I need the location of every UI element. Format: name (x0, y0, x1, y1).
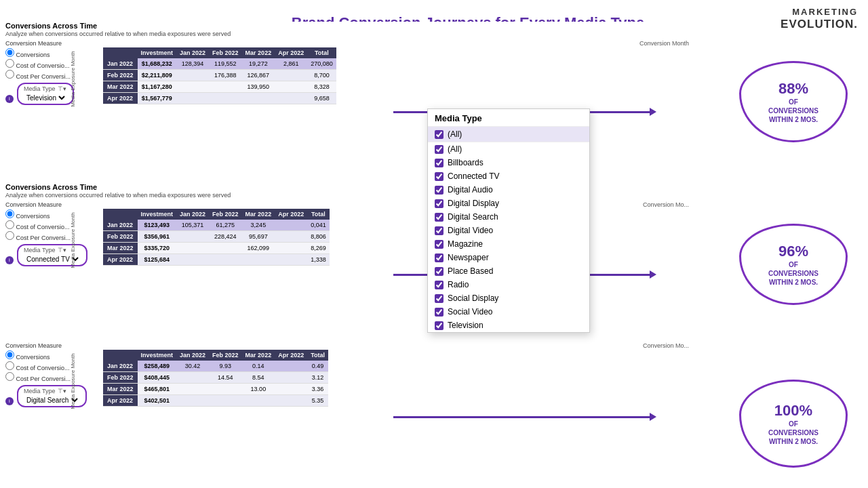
panel2-th-mar: Mar 2022 (242, 209, 275, 220)
panel3-radio-costper[interactable]: Cost Per Conversi... (5, 372, 94, 382)
row-total: 8,700 (307, 70, 336, 81)
dropdown-item[interactable]: Digital Display (428, 197, 589, 210)
panel1-media-type-selector[interactable]: Media Type ⊤▾ Television (17, 83, 74, 105)
panel3-media-type-selector[interactable]: Media Type ⊤▾ Digital Search (17, 385, 87, 407)
dropdown-item[interactable]: Digital Audio (428, 183, 589, 197)
panel3-callout-percent: 100% (774, 402, 812, 420)
row-apr (275, 70, 307, 81)
dropdown-item-checkbox[interactable] (435, 240, 443, 249)
dropdown-item-checkbox[interactable] (435, 294, 443, 303)
table-row: Mar 2022 $465,801 13.00 3.36 (103, 384, 328, 395)
dropdown-item-checkbox[interactable] (435, 186, 443, 195)
row-jan (176, 254, 209, 266)
panel3-radio-conversions[interactable]: Conversions (5, 350, 94, 361)
row-feb (209, 254, 242, 266)
panel3-radio-cost[interactable]: Cost of Conversio... (5, 361, 94, 371)
panel1-conv-month: Conversion Month (96, 40, 692, 47)
panel2-conv-measure-group: Conversion Measure Conversions Cost of C… (5, 201, 94, 241)
dropdown-item[interactable]: Television (428, 319, 589, 332)
dropdown-item-label: Radio (448, 280, 469, 289)
panel1-radio-conversions[interactable]: Conversions (5, 48, 94, 58)
row-month-label: Jan 2022 (103, 58, 138, 70)
row-feb (209, 81, 242, 93)
dropdown-item-checkbox[interactable] (435, 226, 443, 235)
panel2-media-type-selector[interactable]: Media Type ⊤▾ Connected TV (17, 244, 87, 266)
row-month-label: Mar 2022 (103, 81, 138, 93)
dropdown-item[interactable]: Radio (428, 278, 589, 291)
row-month-label: Jan 2022 (103, 361, 138, 372)
dropdown-item[interactable]: Social Display (428, 291, 589, 305)
brand-evolution: EVOLUTION. (781, 18, 858, 31)
row-total: 1,338 (307, 254, 330, 266)
dropdown-item-label: Place Based (448, 266, 493, 276)
panel2-radio-cost[interactable]: Cost of Conversio... (5, 220, 94, 230)
dropdown-item-checkbox[interactable] (435, 213, 443, 222)
media-type-dropdown[interactable]: Media Type (All) (All)BillboardsConnecte… (427, 108, 590, 333)
dropdown-item[interactable]: Connected TV (428, 169, 589, 183)
panel1-th-jan: Jan 2022 (176, 47, 209, 58)
panel1-subtitle: Analyze when conversions occurred relati… (5, 30, 692, 37)
dropdown-item-checkbox[interactable] (435, 172, 443, 181)
panel3-info-icon[interactable]: i (5, 397, 14, 405)
row-mar: 13.00 (242, 384, 275, 395)
panel2-radio-costper[interactable]: Cost Per Conversi... (5, 231, 94, 241)
panel1-table: Investment Jan 2022 Feb 2022 Mar 2022 Ap… (103, 47, 336, 104)
row-month-label: Feb 2022 (103, 70, 138, 81)
dropdown-item-label: Social Display (448, 293, 498, 303)
dropdown-item-checkbox[interactable] (435, 308, 443, 317)
row-jan (176, 395, 209, 407)
row-total: 3.36 (307, 384, 328, 395)
dropdown-item[interactable]: Place Based (428, 264, 589, 278)
panel2-th-investment: Investment (138, 209, 177, 220)
table-row: Jan 2022 $1,688,232 128,394 119,552 19,2… (103, 58, 336, 70)
row-total: 0.49 (307, 361, 328, 372)
panel1-media-type-select[interactable]: Television (24, 94, 67, 102)
row-apr (275, 243, 307, 254)
row-month-label: Jan 2022 (103, 220, 138, 231)
dropdown-item[interactable]: Magazine (428, 237, 589, 251)
row-mar (242, 395, 275, 407)
dropdown-item[interactable]: Digital Video (428, 224, 589, 237)
row-total: 270,080 (307, 58, 336, 70)
panel2-conv-measure-label: Conversion Measure (5, 201, 94, 208)
panel1-th-feb: Feb 2022 (209, 47, 242, 58)
panel1-info-icon[interactable]: i (5, 95, 14, 103)
panel2-table: Investment Jan 2022 Feb 2022 Mar 2022 Ap… (103, 209, 330, 266)
row-feb: 61,275 (209, 220, 242, 231)
dropdown-item-checkbox[interactable] (435, 321, 443, 330)
row-month-label: Mar 2022 (103, 243, 138, 254)
panel1-conv-measure-group: Conversion Measure Conversions Cost of C… (5, 40, 94, 80)
panel1-radio-costper[interactable]: Cost Per Conversi... (5, 70, 94, 80)
dropdown-item-checkbox[interactable] (435, 267, 443, 276)
dropdown-item[interactable]: Digital Search (428, 210, 589, 224)
dropdown-item-checkbox[interactable] (435, 253, 443, 262)
row-mar (242, 254, 275, 266)
dropdown-select-all[interactable]: (All) (428, 127, 589, 142)
dropdown-item-label: Connected TV (448, 171, 500, 181)
panel3-th-investment: Investment (138, 350, 177, 361)
dropdown-item[interactable]: (All) (428, 142, 589, 156)
dropdown-item[interactable]: Billboards (428, 156, 589, 169)
row-total: 9,658 (307, 93, 336, 104)
dropdown-all-checkbox[interactable] (435, 130, 443, 139)
row-total: 8,806 (307, 231, 330, 243)
dropdown-item[interactable]: Newspaper (428, 251, 589, 264)
panel2-media-type-label: Media Type (24, 247, 55, 253)
panel3-media-type-label: Media Type (24, 388, 55, 394)
panel1-conv-measure-label: Conversion Measure (5, 40, 94, 47)
panel3-th-feb: Feb 2022 (209, 350, 242, 361)
dropdown-item-checkbox[interactable] (435, 145, 443, 154)
dropdown-item-label: Magazine (448, 239, 483, 249)
panel2-radio-conversions[interactable]: Conversions (5, 209, 94, 220)
row-apr (275, 93, 307, 104)
panel2-info-icon[interactable]: i (5, 256, 14, 264)
panel1-vertical-label: Media Exposure Month (70, 51, 76, 106)
dropdown-item-checkbox[interactable] (435, 199, 443, 208)
dropdown-item[interactable]: Social Video (428, 305, 589, 319)
row-investment: $356,961 (138, 231, 177, 243)
dropdown-item-checkbox[interactable] (435, 281, 443, 289)
row-apr (275, 231, 307, 243)
dropdown-item-checkbox[interactable] (435, 159, 443, 167)
panel1-radio-cost[interactable]: Cost of Conversio... (5, 59, 94, 69)
row-jan (176, 243, 209, 254)
